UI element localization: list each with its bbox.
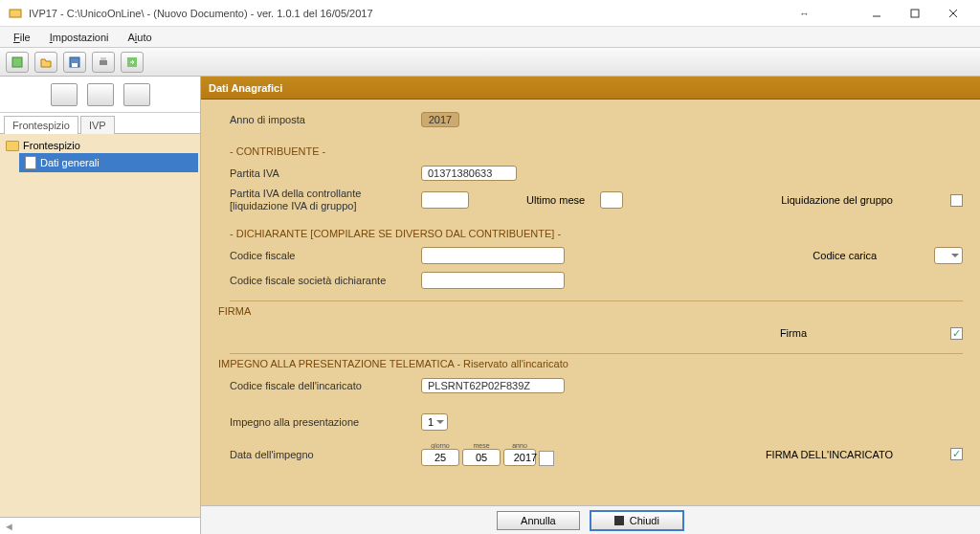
codice-fiscale-label: Codice fiscale (230, 250, 421, 261)
partita-iva-label: Partita IVA (230, 167, 421, 179)
left-scroll-indicator: ◄ (0, 517, 200, 534)
toolbar-open-button[interactable] (34, 52, 57, 73)
left-tabstrip: Frontespizio IVP (0, 113, 200, 134)
form-footer: Annulla Chiudi (201, 505, 980, 534)
titlebar: IVP17 - C:\UnicoOnLine\ - (Nuovo Documen… (0, 0, 980, 27)
data-impegno-label: Data dell'impegno (230, 449, 421, 460)
impegno-presentazione-label: Impegno alla presentazione (230, 416, 421, 428)
anno-imposta-value: 2017 (421, 112, 459, 127)
stop-icon (614, 516, 624, 525)
cf-societa-label: Codice fiscale società dichiarante (230, 275, 421, 286)
annulla-button[interactable]: Annulla (497, 511, 580, 530)
firma-incaricato-label: FIRMA DELL'INCARICATO (766, 449, 893, 460)
menu-aiuto[interactable]: Aiuto (121, 29, 160, 46)
section-contribuente: - CONTRIBUENTE - (230, 145, 963, 157)
left-toolbar (0, 77, 200, 113)
liquidazione-gruppo-label: Liquidazione del gruppo (781, 194, 893, 206)
chiudi-button[interactable]: Chiudi (590, 510, 684, 531)
tab-ivp[interactable]: IVP (80, 116, 115, 134)
close-button[interactable] (934, 1, 972, 26)
svg-rect-2 (911, 10, 919, 17)
maximize-button[interactable] (896, 1, 934, 26)
firma-checkbox[interactable] (950, 327, 963, 340)
partita-iva-controllante-input[interactable] (421, 191, 469, 209)
menu-file[interactable]: File (6, 29, 38, 46)
form-header: Dati Anagrafici (201, 77, 980, 100)
cf-societa-input[interactable] (421, 272, 565, 289)
menubar: File Impostazioni Aiuto (0, 27, 980, 48)
cf-incaricato-value: PLSRNT62P02F839Z (421, 378, 565, 393)
left-edit-button[interactable] (51, 83, 78, 106)
form-pane: Dati Anagrafici Anno di imposta 2017 - C… (201, 77, 980, 534)
date-giorno-input[interactable] (428, 452, 453, 463)
toolbar-print-button[interactable] (92, 52, 115, 73)
menu-impostazioni[interactable]: Impostazioni (42, 29, 117, 46)
firma-label: Firma (780, 327, 807, 339)
left-sidebar: Frontespizio IVP Frontespizio Dati gener… (0, 77, 201, 534)
liquidazione-gruppo-checkbox[interactable] (950, 194, 963, 207)
toolbar-exit-button[interactable] (121, 52, 144, 73)
data-impegno-date: giorno mese anno (421, 442, 554, 466)
section-dichiarante: - DICHIARANTE [COMPILARE SE DIVERSO DAL … (230, 228, 963, 239)
left-delete-button[interactable] (87, 83, 114, 106)
svg-rect-7 (72, 63, 78, 67)
toolbar-new-button[interactable] (6, 52, 29, 73)
window-title: IVP17 - C:\UnicoOnLine\ - (Nuovo Documen… (29, 8, 799, 19)
anno-imposta-label: Anno di imposta (230, 114, 421, 125)
codice-carica-select[interactable] (934, 247, 963, 264)
toolbar (0, 48, 980, 77)
tree-root-label: Frontespizio (23, 140, 80, 151)
app-icon (8, 6, 23, 21)
impegno-presentazione-select[interactable]: 1 (421, 413, 448, 431)
svg-rect-0 (10, 10, 21, 17)
folder-icon (6, 141, 19, 151)
minimize-button[interactable] (858, 1, 896, 26)
codice-fiscale-input[interactable] (421, 247, 565, 264)
tab-frontespizio[interactable]: Frontespizio (4, 116, 78, 134)
tree-root-frontespizio[interactable]: Frontespizio (2, 138, 198, 153)
partita-iva-value: 01371380633 (421, 166, 517, 181)
tree-item-label: Dati generali (40, 157, 100, 168)
document-icon (25, 156, 36, 169)
codice-carica-label: Codice carica (813, 250, 877, 261)
svg-rect-8 (100, 60, 107, 65)
form-body: Anno di imposta 2017 - CONTRIBUENTE - Pa… (201, 100, 980, 505)
firma-incaricato-checkbox[interactable] (950, 448, 963, 460)
tree-item-dati-generali[interactable]: Dati generali (19, 153, 198, 172)
ultimo-mese-label: Ultimo mese (526, 194, 585, 206)
svg-rect-5 (12, 57, 22, 67)
toolbar-save-button[interactable] (63, 52, 86, 73)
svg-rect-9 (100, 57, 106, 60)
left-expand-button[interactable] (123, 83, 150, 106)
date-mese-input[interactable] (469, 452, 494, 463)
section-impegno: IMPEGNO ALLA PRESENTAZIONE TELEMATICA - … (218, 358, 963, 369)
cf-incaricato-label: Codice fiscale dell'incaricato (230, 380, 421, 391)
tree: Frontespizio Dati generali (0, 134, 200, 517)
date-anno-input[interactable] (510, 452, 541, 463)
arrows-icon: ↔ (799, 8, 810, 19)
section-firma: FIRMA (218, 305, 963, 317)
date-picker-button[interactable] (539, 451, 554, 466)
ultimo-mese-input[interactable] (600, 191, 623, 209)
partita-iva-controllante-label: Partita IVA della controllante [liquidaz… (230, 188, 421, 212)
